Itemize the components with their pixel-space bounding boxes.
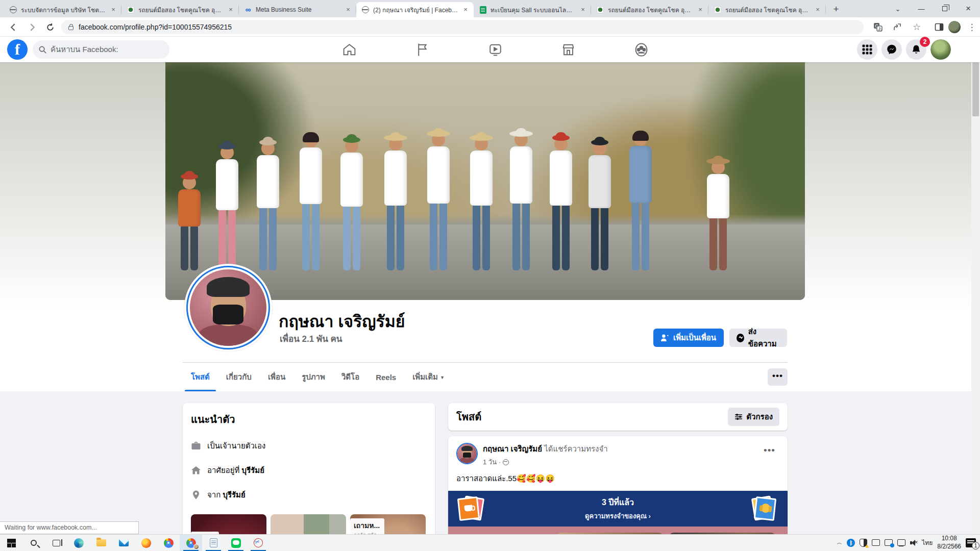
close-icon[interactable]: × xyxy=(344,6,352,14)
messenger-icon[interactable] xyxy=(881,39,902,60)
browser-tab-6[interactable]: รถยนต์มือสอง โชตคูณโชค อุดรธานี × xyxy=(591,2,708,17)
tab-more[interactable]: เพิ่มเติม▾ xyxy=(404,363,452,391)
featured-photo-3[interactable]: เถามห... อดรัก สลัก... xyxy=(350,514,426,534)
action-center-button[interactable]: 1 xyxy=(966,538,976,547)
volume-muted-icon[interactable] xyxy=(910,539,917,546)
minimize-icon[interactable]: — xyxy=(910,0,933,17)
task-view-button[interactable] xyxy=(45,535,67,551)
notification-badge: 2 xyxy=(920,37,930,47)
browser-tab-5[interactable]: ทะเบียนคุม Sall ระบบออนไลน์.xlsx - G × xyxy=(474,2,591,17)
post-author-avatar[interactable] xyxy=(456,443,478,464)
browser-tab-active[interactable]: (2) กฤษณา เจริญรัมย์ | Facebook × xyxy=(356,2,474,17)
close-icon[interactable]: × xyxy=(461,6,470,14)
browser-tab-3[interactable]: ∞ Meta Business Suite × xyxy=(239,2,356,17)
featured-photo-2[interactable]: ตามรอย... วินส์ ถีรบ... xyxy=(271,514,346,534)
tab-friends[interactable]: เพื่อน xyxy=(260,363,293,391)
start-button[interactable] xyxy=(0,535,22,551)
menu-grid-icon[interactable] xyxy=(857,39,877,60)
intro-card: แนะนำตัว เป็นเจ้านายตัวเอง อาศัยอยู่ที่ … xyxy=(183,403,435,534)
close-icon[interactable]: × xyxy=(814,6,822,14)
taskbar-notepad[interactable] xyxy=(202,535,225,551)
nav-marketplace-icon[interactable] xyxy=(540,39,597,60)
close-icon[interactable]: × xyxy=(227,6,235,14)
reload-icon[interactable] xyxy=(43,20,57,34)
share-icon[interactable] xyxy=(890,20,904,34)
post-menu-icon[interactable]: ••• xyxy=(760,443,779,458)
intro-item-lives-in: อาศัยอยู่ที่ บุรีรัมย์ xyxy=(191,464,427,477)
tray-chevron-icon[interactable]: ︿ xyxy=(837,539,842,546)
side-panel-icon[interactable] xyxy=(932,20,946,34)
cover-person xyxy=(504,103,541,270)
restore-icon[interactable] xyxy=(933,0,957,17)
close-window-icon[interactable]: × xyxy=(957,0,980,17)
bookmark-star-icon[interactable]: ☆ xyxy=(910,20,924,34)
featured-photo-1[interactable]: วณีพก ดาราบาว xyxy=(191,514,266,534)
fb-profile-avatar[interactable] xyxy=(930,39,951,60)
tab-about[interactable]: เกี่ยวกับ xyxy=(218,363,260,391)
nav-watch-icon[interactable] xyxy=(467,39,524,60)
new-tab-button[interactable]: + xyxy=(829,3,843,17)
task-view-icon xyxy=(53,540,60,546)
nav-home-icon[interactable] xyxy=(321,39,378,60)
browser-tab-1[interactable]: ระบบจัดการข้อมูล บริษัท โชตคูณโชค × xyxy=(4,2,121,17)
network-icon[interactable] xyxy=(897,539,905,546)
nav-pages-icon[interactable] xyxy=(394,39,451,60)
memory-cta[interactable]: ดูความทรงจำของคุณ › xyxy=(585,511,651,521)
tab-search-icon[interactable]: ⌄ xyxy=(886,0,910,17)
browser-tab-2[interactable]: รถยนต์มือสอง โชตคูณโชค อุดรธานี × xyxy=(121,2,239,17)
tab-title: Meta Business Suite xyxy=(256,6,340,13)
close-icon[interactable]: × xyxy=(109,6,117,14)
display-tray-icon[interactable] xyxy=(885,539,893,546)
page-scrollbar[interactable] xyxy=(971,37,980,534)
taskbar-chrome-active[interactable] xyxy=(180,535,202,551)
cover-person xyxy=(294,105,331,270)
taskbar-clock[interactable]: 10:08 8/2/2566 xyxy=(937,535,961,550)
tab-videos[interactable]: วิดีโอ xyxy=(333,363,368,391)
tab-posts[interactable]: โพสต์ xyxy=(183,363,218,391)
taskbar-snipping-tool[interactable] xyxy=(247,535,270,551)
memory-banner[interactable]: 3 ปีที่แล้ว ดูความทรงจำของคุณ › xyxy=(448,491,788,527)
profile-more-button[interactable]: ••• xyxy=(768,368,788,386)
facebook-logo[interactable]: f xyxy=(7,39,28,60)
taskbar-mail[interactable] xyxy=(112,535,135,551)
cover-photo[interactable] xyxy=(165,62,805,300)
browser-profile-avatar[interactable] xyxy=(947,20,962,34)
close-icon[interactable]: × xyxy=(579,6,587,14)
nav-groups-icon[interactable] xyxy=(612,39,670,60)
tab-photos[interactable]: รูปภาพ xyxy=(293,363,333,391)
cover-person xyxy=(701,140,738,270)
taskbar-line[interactable] xyxy=(225,535,247,551)
memory-photos-icon xyxy=(458,496,485,521)
browser-menu-icon[interactable]: ⋮ xyxy=(965,20,979,34)
tab-reels[interactable]: Reels xyxy=(368,363,404,391)
facebook-search-input[interactable]: ค้นหาบน Facebook: xyxy=(33,40,169,59)
taskbar-edge[interactable] xyxy=(67,535,90,551)
cover-person xyxy=(210,120,247,270)
search-icon xyxy=(31,540,37,546)
facebook-page: กฤษณา เจริญรัมย์ เพื่อน 2.1 พัน คน เพิ่ม… xyxy=(0,62,980,534)
post-author-name[interactable]: กฤษณา เจริญรัมย์ xyxy=(483,444,542,453)
camera-tray-icon[interactable] xyxy=(872,539,880,546)
message-button[interactable]: ส่งข้อความ xyxy=(729,329,787,347)
friends-count[interactable]: เพื่อน 2.1 พัน คน xyxy=(280,332,342,345)
back-icon[interactable] xyxy=(6,20,20,34)
taskbar-firefox[interactable] xyxy=(135,535,157,551)
taskbar-explorer[interactable] xyxy=(90,535,112,551)
post-timestamp[interactable]: 1 วัน · xyxy=(483,457,760,467)
filter-button[interactable]: ตัวกรอง xyxy=(728,408,779,426)
url-text[interactable]: facebook.com/profile.php?id=100015574956… xyxy=(79,23,232,31)
security-shield-icon[interactable] xyxy=(860,539,867,547)
bluetooth-icon[interactable]: ᛒ xyxy=(847,539,855,547)
taskbar-search[interactable] xyxy=(22,535,45,551)
forward-icon[interactable] xyxy=(24,20,39,34)
clock-time: 10:08 xyxy=(937,535,961,543)
language-indicator[interactable]: ไทย xyxy=(922,538,933,547)
profile-picture[interactable] xyxy=(184,264,272,352)
add-friend-button[interactable]: เพิ่มเป็นเพื่อน xyxy=(653,329,724,347)
close-icon[interactable]: × xyxy=(696,6,704,14)
translate-icon[interactable]: Gあ xyxy=(871,20,885,34)
browser-tab-7[interactable]: รถยนต์มือสอง โชตคูณโชค อุดรธานี × xyxy=(708,2,826,17)
taskbar-chrome[interactable] xyxy=(157,535,180,551)
address-bar[interactable]: facebook.com/profile.php?id=100015574956… xyxy=(61,20,864,34)
person-plus-icon xyxy=(660,334,669,342)
